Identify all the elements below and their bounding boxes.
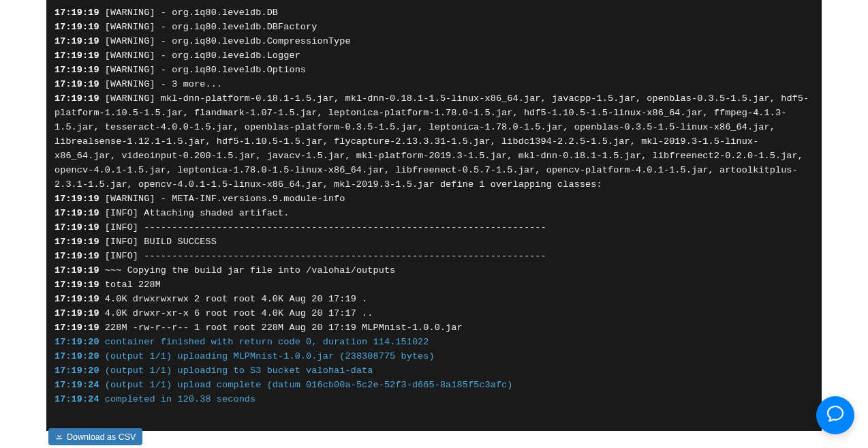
log-timestamp: 17:19:19 [55, 323, 99, 333]
build-log-terminal[interactable]: 17:19:19 [WARNING] - org.iq80.leveldb.DB… [46, 0, 822, 431]
log-timestamp: 17:19:19 [55, 222, 99, 233]
chat-icon [826, 404, 845, 426]
log-timestamp: 17:19:19 [55, 265, 99, 275]
log-message: [WARNING] - org.iq80.leveldb.Logger [99, 50, 300, 61]
log-timestamp: 17:19:19 [55, 251, 99, 261]
log-message: [WARNING] - org.iq80.leveldb.DB [99, 8, 278, 18]
log-message: total 228M [99, 280, 161, 290]
log-message: container finished with return code 0, d… [99, 337, 429, 347]
log-message: 4.0K drwxr-xr-x 6 root root 4.0K Aug 20 … [99, 308, 373, 318]
log-timestamp: 17:19:24 [55, 394, 99, 404]
log-message: [WARNING] - org.iq80.leveldb.DBFactory [99, 22, 317, 32]
log-timestamp: 17:19:19 [55, 194, 99, 204]
log-message: 4.0K drwxrwxrwx 2 root root 4.0K Aug 20 … [99, 294, 368, 304]
log-timestamp: 17:19:19 [55, 280, 99, 290]
log-message: [WARNING] - 3 more... [99, 79, 222, 89]
log-timestamp: 17:19:19 [55, 65, 99, 75]
download-csv-label: Download as CSV [67, 432, 136, 442]
log-message: 228M -rw-r--r-- 1 root root 228M Aug 20 … [99, 323, 463, 333]
log-timestamp: 17:19:19 [55, 294, 99, 304]
log-timestamp: 17:19:19 [55, 308, 99, 318]
download-csv-button[interactable]: Download as CSV [48, 428, 142, 445]
log-timestamp: 17:19:19 [55, 22, 99, 32]
log-message: (output 1/1) upload complete (datum 016c… [99, 380, 513, 390]
log-timestamp: 17:19:19 [55, 208, 99, 218]
log-message: [INFO] BUILD SUCCESS [99, 237, 217, 247]
log-timestamp: 17:19:20 [55, 365, 99, 376]
chat-widget-button[interactable] [816, 396, 854, 434]
log-timestamp: 17:19:20 [55, 337, 99, 347]
log-message: [WARNING] - org.iq80.leveldb.Compression… [99, 36, 351, 46]
log-timestamp: 17:19:19 [55, 36, 99, 46]
log-message: [WARNING] - META-INF.versions.9.module-i… [99, 194, 345, 204]
log-message: [INFO] ---------------------------------… [99, 222, 546, 233]
log-timestamp: 17:19:19 [55, 93, 99, 104]
log-message: [WARNING] - org.iq80.leveldb.Options [99, 65, 306, 75]
download-icon [55, 432, 63, 442]
log-message: [INFO] Attaching shaded artifact. [99, 208, 290, 218]
log-message: ~~~ Copying the build jar file into /val… [99, 265, 396, 275]
log-message: [INFO] ---------------------------------… [99, 251, 546, 261]
log-message: (output 1/1) uploading to S3 bucket valo… [99, 365, 373, 376]
log-timestamp: 17:19:19 [55, 50, 99, 61]
log-timestamp: 17:19:20 [55, 351, 99, 361]
log-timestamp: 17:19:19 [55, 79, 99, 89]
log-message: [WARNING] mkl-dnn-platform-0.18.1-1.5.ja… [55, 93, 809, 190]
log-message: (output 1/1) uploading MLPMnist-1.0.0.ja… [99, 351, 435, 361]
log-timestamp: 17:19:19 [55, 8, 99, 18]
log-message: completed in 120.38 seconds [99, 394, 256, 404]
log-timestamp: 17:19:19 [55, 237, 99, 247]
log-timestamp: 17:19:24 [55, 380, 99, 390]
